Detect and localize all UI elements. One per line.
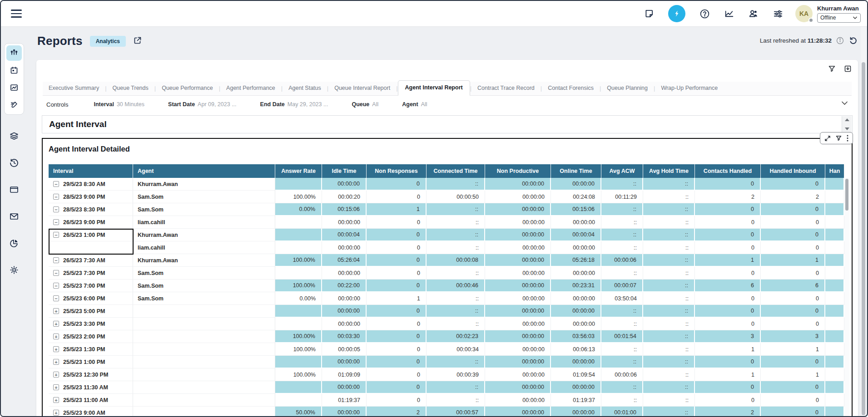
collapse-row-icon[interactable]: −: [53, 206, 59, 212]
data-cell[interactable]: 100.00%: [275, 254, 322, 267]
data-cell[interactable]: 100.00%: [275, 280, 322, 292]
data-cell-truncated[interactable]: [825, 191, 844, 203]
data-cell[interactable]: 00:00:00: [322, 356, 367, 368]
data-cell[interactable]: 00:00:08: [427, 254, 485, 267]
expand-row-icon[interactable]: +: [53, 410, 59, 416]
column-header-avg-hold-time[interactable]: Avg Hold Time: [643, 164, 695, 178]
sidebar-item-bar-chart[interactable]: [6, 45, 22, 61]
data-cell[interactable]: ::: [601, 178, 643, 191]
data-cell[interactable]: 00:00:00: [322, 178, 367, 191]
agent-cell[interactable]: Khurram.Awan: [133, 254, 275, 267]
agent-cell[interactable]: [133, 318, 275, 330]
data-cell[interactable]: 0: [695, 318, 761, 330]
data-cell[interactable]: [275, 381, 322, 394]
kebab-menu-icon[interactable]: [847, 135, 848, 142]
data-cell[interactable]: 00:00:00: [485, 178, 551, 191]
open-external-icon[interactable]: [133, 36, 142, 47]
data-cell[interactable]: 0: [695, 292, 761, 305]
agent-cell[interactable]: Khurram.Awan: [133, 178, 275, 191]
data-cell[interactable]: 0: [695, 229, 761, 241]
data-cell[interactable]: 00:23:31: [551, 280, 601, 292]
collapse-row-icon[interactable]: −: [53, 181, 59, 187]
data-cell[interactable]: 0: [761, 216, 825, 229]
download-icon[interactable]: [844, 65, 852, 74]
data-cell[interactable]: ::: [643, 191, 695, 203]
data-cell[interactable]: 00:00:00: [485, 216, 551, 229]
sidebar-item-settings[interactable]: [6, 262, 22, 278]
data-cell[interactable]: 00:00:00: [485, 318, 551, 330]
data-cell-truncated[interactable]: [825, 305, 844, 318]
agent-cell[interactable]: Sam.Som: [133, 203, 275, 216]
data-cell[interactable]: 00:00:00: [322, 407, 367, 417]
collapse-row-icon[interactable]: −: [53, 283, 59, 289]
controls-collapse-icon[interactable]: [841, 101, 848, 107]
agent-cell[interactable]: [133, 394, 275, 407]
data-cell[interactable]: ::: [601, 381, 643, 394]
data-cell[interactable]: 00:00:04: [551, 229, 601, 241]
agent-cell[interactable]: [133, 407, 275, 417]
data-cell[interactable]: 1: [367, 292, 427, 305]
data-cell[interactable]: ::: [427, 318, 485, 330]
hamburger-menu-icon[interactable]: [11, 10, 22, 18]
data-cell[interactable]: 00:02:23: [427, 330, 485, 343]
control-queue[interactable]: QueueAll: [352, 101, 378, 108]
data-cell[interactable]: 0: [761, 241, 825, 254]
data-cell[interactable]: ::: [601, 318, 643, 330]
data-cell[interactable]: ::: [643, 330, 695, 343]
data-cell[interactable]: [275, 241, 322, 254]
data-cell[interactable]: 100.00%: [275, 330, 322, 343]
data-cell[interactable]: ::: [643, 368, 695, 381]
interval-cell[interactable]: −25/5/23 7:00 PM: [49, 280, 133, 292]
data-cell[interactable]: 3: [695, 330, 761, 343]
data-cell[interactable]: ::: [427, 394, 485, 407]
collapse-row-icon[interactable]: −: [53, 295, 59, 301]
interval-cell[interactable]: +25/5/23 2:00 PM: [49, 330, 133, 343]
data-cell[interactable]: 00:00:00: [485, 292, 551, 305]
data-cell[interactable]: ::: [601, 229, 643, 241]
tab-queue-interval-report[interactable]: Queue Interval Report: [328, 81, 396, 95]
data-cell-truncated[interactable]: [825, 330, 844, 343]
data-cell[interactable]: 0: [367, 381, 427, 394]
data-cell-truncated[interactable]: [825, 203, 844, 216]
notes-icon[interactable]: [644, 8, 655, 19]
agent-cell[interactable]: liam.cahill: [133, 216, 275, 229]
interval-cell[interactable]: +25/5/23 3:30 PM: [49, 318, 133, 330]
data-cell[interactable]: 00:00:00: [551, 407, 601, 417]
data-cell[interactable]: 50.00%: [275, 407, 322, 417]
data-cell[interactable]: 0.00%: [275, 292, 322, 305]
data-cell-truncated[interactable]: [825, 407, 844, 417]
sidebar-item-design[interactable]: [6, 97, 22, 113]
data-cell[interactable]: 0: [761, 305, 825, 318]
interval-cell[interactable]: +25/5/23 1:00 PM: [49, 356, 133, 368]
data-cell[interactable]: 00:00:00: [322, 305, 367, 318]
filter-icon[interactable]: [828, 65, 836, 74]
data-cell-truncated[interactable]: [825, 318, 844, 330]
expand-row-icon[interactable]: +: [53, 397, 59, 403]
agent-cell[interactable]: Sam.Som: [133, 267, 275, 280]
data-cell[interactable]: 0: [695, 356, 761, 368]
sidebar-item-pie-chart[interactable]: [6, 235, 22, 251]
data-cell[interactable]: 1: [761, 343, 825, 356]
data-cell[interactable]: 0: [367, 280, 427, 292]
interval-cell[interactable]: +25/5/23 11:00 AM: [49, 394, 133, 407]
data-cell[interactable]: 00:00:00: [322, 241, 367, 254]
data-cell-truncated[interactable]: [825, 292, 844, 305]
data-cell-truncated[interactable]: [825, 394, 844, 407]
data-cell[interactable]: 00:00:07: [601, 280, 643, 292]
data-cell[interactable]: 00:00:46: [427, 280, 485, 292]
data-cell[interactable]: [275, 356, 322, 368]
data-cell[interactable]: ::: [643, 318, 695, 330]
status-select[interactable]: Offline: [817, 13, 861, 23]
data-cell[interactable]: ::: [427, 229, 485, 241]
data-cell[interactable]: ::: [427, 241, 485, 254]
data-cell[interactable]: [275, 394, 322, 407]
section-scrollbar[interactable]: [842, 116, 852, 132]
data-cell[interactable]: ::: [643, 229, 695, 241]
column-header-agent[interactable]: Agent: [133, 164, 275, 178]
data-cell[interactable]: [275, 267, 322, 280]
tab-wrap-up-performance[interactable]: Wrap-Up Performance: [655, 81, 724, 95]
data-cell[interactable]: 00:00:00: [322, 292, 367, 305]
agent-cell[interactable]: [133, 368, 275, 381]
agent-cell[interactable]: liam.cahill: [133, 241, 275, 254]
interval-cell[interactable]: −29/5/23 8:30 AM: [49, 178, 133, 191]
